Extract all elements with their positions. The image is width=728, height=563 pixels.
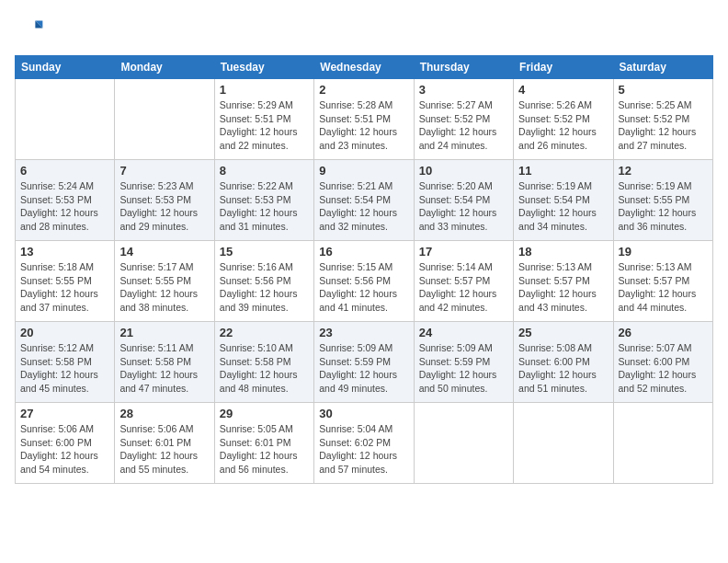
day-number: 26 bbox=[619, 326, 708, 339]
calendar-cell: 19Sunrise: 5:13 AMSunset: 5:57 PMDayligh… bbox=[613, 241, 712, 322]
calendar-header-row: SundayMondayTuesdayWednesdayThursdayFrid… bbox=[16, 56, 713, 79]
day-number: 16 bbox=[319, 245, 408, 259]
day-info: Sunrise: 5:09 AMSunset: 5:59 PMDaylight:… bbox=[319, 341, 408, 396]
day-info: Sunrise: 5:16 AMSunset: 5:56 PMDaylight:… bbox=[220, 260, 309, 315]
day-number: 27 bbox=[20, 407, 109, 420]
weekday-header: Wednesday bbox=[314, 56, 414, 79]
week-row: 20Sunrise: 5:12 AMSunset: 5:58 PMDayligh… bbox=[16, 322, 713, 403]
calendar-cell: 13Sunrise: 5:18 AMSunset: 5:55 PMDayligh… bbox=[16, 241, 115, 322]
day-info: Sunrise: 5:23 AMSunset: 5:53 PMDaylight:… bbox=[119, 179, 209, 234]
calendar-cell: 7Sunrise: 5:23 AMSunset: 5:53 PMDaylight… bbox=[115, 160, 214, 241]
day-info: Sunrise: 5:28 AMSunset: 5:51 PMDaylight:… bbox=[319, 98, 408, 153]
day-number: 20 bbox=[20, 326, 109, 339]
day-number: 6 bbox=[20, 164, 109, 178]
weekday-header: Thursday bbox=[414, 56, 513, 79]
day-number: 22 bbox=[220, 326, 309, 339]
day-number: 10 bbox=[419, 164, 508, 178]
day-number: 1 bbox=[220, 83, 309, 97]
calendar-cell: 14Sunrise: 5:17 AMSunset: 5:55 PMDayligh… bbox=[115, 241, 214, 322]
day-info: Sunrise: 5:06 AMSunset: 6:01 PMDaylight:… bbox=[119, 422, 209, 477]
day-info: Sunrise: 5:21 AMSunset: 5:54 PMDaylight:… bbox=[319, 179, 408, 234]
day-number: 25 bbox=[518, 326, 608, 339]
calendar-cell: 8Sunrise: 5:22 AMSunset: 5:53 PMDaylight… bbox=[214, 160, 313, 241]
week-row: 1Sunrise: 5:29 AMSunset: 5:51 PMDaylight… bbox=[16, 79, 713, 160]
day-info: Sunrise: 5:19 AMSunset: 5:55 PMDaylight:… bbox=[619, 179, 708, 234]
day-info: Sunrise: 5:12 AMSunset: 5:58 PMDaylight:… bbox=[20, 341, 109, 396]
calendar-cell: 6Sunrise: 5:24 AMSunset: 5:53 PMDaylight… bbox=[16, 160, 115, 241]
calendar-cell: 1Sunrise: 5:29 AMSunset: 5:51 PMDaylight… bbox=[214, 79, 313, 160]
day-number: 2 bbox=[319, 83, 408, 97]
day-info: Sunrise: 5:13 AMSunset: 5:57 PMDaylight:… bbox=[619, 260, 708, 315]
day-info: Sunrise: 5:14 AMSunset: 5:57 PMDaylight:… bbox=[419, 260, 508, 315]
day-info: Sunrise: 5:22 AMSunset: 5:53 PMDaylight:… bbox=[220, 179, 309, 234]
calendar-cell: 9Sunrise: 5:21 AMSunset: 5:54 PMDaylight… bbox=[314, 160, 414, 241]
day-number: 9 bbox=[319, 164, 408, 178]
logo-icon bbox=[15, 15, 44, 44]
day-number: 18 bbox=[518, 245, 608, 259]
calendar-cell bbox=[613, 403, 712, 484]
calendar-cell bbox=[16, 79, 115, 160]
day-info: Sunrise: 5:25 AMSunset: 5:52 PMDaylight:… bbox=[619, 98, 708, 153]
calendar-cell: 17Sunrise: 5:14 AMSunset: 5:57 PMDayligh… bbox=[414, 241, 513, 322]
weekday-header: Tuesday bbox=[214, 56, 313, 79]
day-info: Sunrise: 5:26 AMSunset: 5:52 PMDaylight:… bbox=[518, 98, 608, 153]
day-info: Sunrise: 5:24 AMSunset: 5:53 PMDaylight:… bbox=[20, 179, 109, 234]
day-number: 11 bbox=[518, 164, 608, 178]
day-number: 7 bbox=[119, 164, 209, 178]
calendar-cell: 27Sunrise: 5:06 AMSunset: 6:00 PMDayligh… bbox=[16, 403, 115, 484]
day-info: Sunrise: 5:08 AMSunset: 6:00 PMDaylight:… bbox=[518, 341, 608, 396]
day-info: Sunrise: 5:06 AMSunset: 6:00 PMDaylight:… bbox=[20, 422, 109, 477]
calendar-cell: 22Sunrise: 5:10 AMSunset: 5:58 PMDayligh… bbox=[214, 322, 313, 403]
calendar-cell: 24Sunrise: 5:09 AMSunset: 5:59 PMDayligh… bbox=[414, 322, 513, 403]
calendar-cell: 18Sunrise: 5:13 AMSunset: 5:57 PMDayligh… bbox=[514, 241, 613, 322]
day-info: Sunrise: 5:15 AMSunset: 5:56 PMDaylight:… bbox=[319, 260, 408, 315]
calendar-cell bbox=[414, 403, 513, 484]
calendar-cell: 20Sunrise: 5:12 AMSunset: 5:58 PMDayligh… bbox=[16, 322, 115, 403]
calendar-cell: 5Sunrise: 5:25 AMSunset: 5:52 PMDaylight… bbox=[613, 79, 712, 160]
day-info: Sunrise: 5:29 AMSunset: 5:51 PMDaylight:… bbox=[220, 98, 309, 153]
day-info: Sunrise: 5:20 AMSunset: 5:54 PMDaylight:… bbox=[419, 179, 508, 234]
calendar-cell: 26Sunrise: 5:07 AMSunset: 6:00 PMDayligh… bbox=[613, 322, 712, 403]
logo bbox=[15, 15, 48, 44]
day-number: 3 bbox=[419, 83, 508, 97]
calendar-cell: 10Sunrise: 5:20 AMSunset: 5:54 PMDayligh… bbox=[414, 160, 513, 241]
day-number: 28 bbox=[119, 407, 209, 420]
day-info: Sunrise: 5:13 AMSunset: 5:57 PMDaylight:… bbox=[518, 260, 608, 315]
day-number: 15 bbox=[220, 245, 309, 259]
day-info: Sunrise: 5:07 AMSunset: 6:00 PMDaylight:… bbox=[619, 341, 708, 396]
day-number: 19 bbox=[619, 245, 708, 259]
day-info: Sunrise: 5:18 AMSunset: 5:55 PMDaylight:… bbox=[20, 260, 109, 315]
calendar-cell bbox=[514, 403, 613, 484]
weekday-header: Monday bbox=[115, 56, 214, 79]
calendar-cell: 23Sunrise: 5:09 AMSunset: 5:59 PMDayligh… bbox=[314, 322, 414, 403]
day-info: Sunrise: 5:04 AMSunset: 6:02 PMDaylight:… bbox=[319, 422, 408, 477]
day-info: Sunrise: 5:09 AMSunset: 5:59 PMDaylight:… bbox=[419, 341, 508, 396]
calendar-cell bbox=[115, 79, 214, 160]
calendar-cell: 15Sunrise: 5:16 AMSunset: 5:56 PMDayligh… bbox=[214, 241, 313, 322]
calendar-table: SundayMondayTuesdayWednesdayThursdayFrid… bbox=[15, 55, 713, 484]
day-number: 8 bbox=[220, 164, 309, 178]
calendar-cell: 29Sunrise: 5:05 AMSunset: 6:01 PMDayligh… bbox=[214, 403, 313, 484]
calendar-cell: 4Sunrise: 5:26 AMSunset: 5:52 PMDaylight… bbox=[514, 79, 613, 160]
day-number: 21 bbox=[119, 326, 209, 339]
day-number: 30 bbox=[319, 407, 408, 420]
calendar-cell: 30Sunrise: 5:04 AMSunset: 6:02 PMDayligh… bbox=[314, 403, 414, 484]
weekday-header: Sunday bbox=[16, 56, 115, 79]
page-header bbox=[15, 15, 713, 44]
day-info: Sunrise: 5:10 AMSunset: 5:58 PMDaylight:… bbox=[220, 341, 309, 396]
day-number: 23 bbox=[319, 326, 408, 339]
weekday-header: Friday bbox=[514, 56, 613, 79]
day-number: 5 bbox=[619, 83, 708, 97]
calendar-cell: 21Sunrise: 5:11 AMSunset: 5:58 PMDayligh… bbox=[115, 322, 214, 403]
day-number: 29 bbox=[220, 407, 309, 420]
week-row: 13Sunrise: 5:18 AMSunset: 5:55 PMDayligh… bbox=[16, 241, 713, 322]
day-number: 24 bbox=[419, 326, 508, 339]
day-info: Sunrise: 5:05 AMSunset: 6:01 PMDaylight:… bbox=[220, 422, 309, 477]
week-row: 6Sunrise: 5:24 AMSunset: 5:53 PMDaylight… bbox=[16, 160, 713, 241]
calendar-cell: 12Sunrise: 5:19 AMSunset: 5:55 PMDayligh… bbox=[613, 160, 712, 241]
day-info: Sunrise: 5:27 AMSunset: 5:52 PMDaylight:… bbox=[419, 98, 508, 153]
day-number: 17 bbox=[419, 245, 508, 259]
calendar-cell: 16Sunrise: 5:15 AMSunset: 5:56 PMDayligh… bbox=[314, 241, 414, 322]
day-number: 14 bbox=[119, 245, 209, 259]
calendar-cell: 28Sunrise: 5:06 AMSunset: 6:01 PMDayligh… bbox=[115, 403, 214, 484]
